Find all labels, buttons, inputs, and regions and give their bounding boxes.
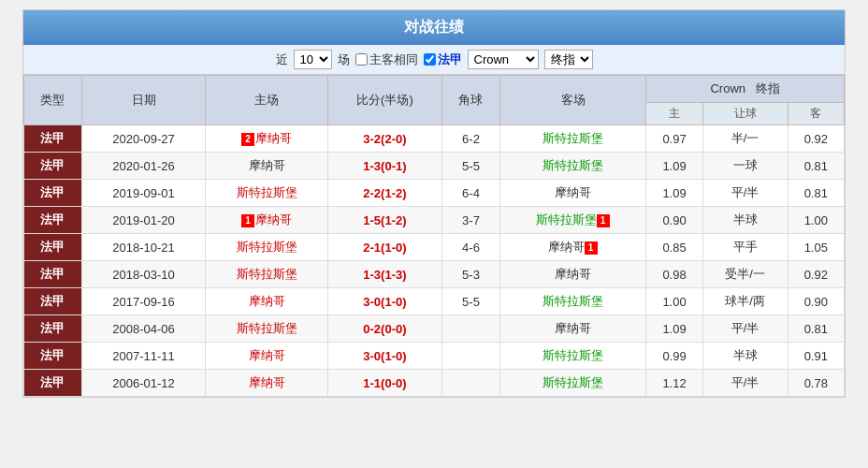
col-type: 类型 [24,76,82,125]
cell-away: 斯特拉斯堡 [499,125,646,153]
table-row: 法甲2017-09-16摩纳哥3-0(1-0)5-5斯特拉斯堡1.00球半/两0… [24,288,845,315]
col-odds-handicap: 让球 [702,103,788,125]
odds-type-display: 终指 [756,81,780,95]
cell-score: 2-2(1-2) [327,180,442,207]
cell-home: 摩纳哥 [206,153,327,180]
cell-odds-handicap: 一球 [702,153,788,180]
table-row: 法甲2019-01-201摩纳哥1-5(1-2)3-7斯特拉斯堡10.90半球1… [24,207,845,234]
cell-score: 0-2(0-0) [327,315,442,343]
company-select[interactable]: Crown Bet365 Pinnacle [468,50,539,69]
cell-odds-home: 0.90 [646,207,702,234]
cell-away: 斯特拉斯堡 [499,153,646,180]
col-corners: 角球 [442,76,500,125]
cell-odds-handicap: 半/一 [702,125,788,153]
cell-score: 3-0(1-0) [327,343,442,370]
cell-odds-home: 1.09 [646,315,702,343]
cell-type: 法甲 [24,315,82,343]
main-container: 对战往绩 近 10 5 15 20 场 主客相同 法甲 Crown Bet365… [22,9,846,398]
col-odds-home: 主 [646,103,702,125]
cell-type: 法甲 [24,180,82,207]
company-display: Crown [710,81,745,95]
cell-odds-home: 0.99 [646,343,702,370]
cell-odds-home: 0.85 [646,234,702,261]
cell-odds-away: 0.81 [788,180,844,207]
cell-score: 2-1(1-0) [327,234,442,261]
filter-bar: 近 10 5 15 20 场 主客相同 法甲 Crown Bet365 Pinn… [23,45,845,75]
cell-odds-handicap: 平手 [702,234,788,261]
cell-odds-handicap: 球半/两 [702,288,788,315]
cell-home: 摩纳哥 [206,288,327,315]
cell-corners: 5-5 [442,288,500,315]
cell-odds-away: 0.81 [788,315,844,343]
cell-date: 2008-04-06 [81,315,206,343]
cell-date: 2019-01-20 [81,207,206,234]
cell-odds-home: 1.00 [646,288,702,315]
cell-corners: 5-5 [442,153,500,180]
cell-date: 2018-03-10 [81,261,206,288]
table-row: 法甲2018-03-10斯特拉斯堡1-3(1-3)5-3摩纳哥0.98受半/一0… [24,261,845,288]
cell-odds-away: 0.92 [788,125,844,153]
col-home: 主场 [206,76,327,125]
table-row: 法甲2018-10-21斯特拉斯堡2-1(1-0)4-6摩纳哥10.85平手1.… [24,234,845,261]
cell-corners: 6-4 [442,180,500,207]
recent-select[interactable]: 10 5 15 20 [294,50,332,69]
same-venue-label[interactable]: 主客相同 [355,51,418,68]
cell-score: 1-1(0-0) [327,370,442,397]
cell-away: 斯特拉斯堡 [499,370,646,397]
cell-away: 摩纳哥 [499,180,646,207]
cell-odds-home: 0.98 [646,261,702,288]
col-odds-away: 客 [788,103,844,125]
cell-corners [442,343,500,370]
cell-corners [442,370,500,397]
cell-score: 1-3(0-1) [327,153,442,180]
cell-home: 1摩纳哥 [206,207,327,234]
cell-date: 2018-10-21 [81,234,206,261]
cell-odds-handicap: 受半/一 [702,261,788,288]
cell-odds-home: 1.09 [646,180,702,207]
cell-type: 法甲 [24,153,82,180]
cell-score: 3-2(2-0) [327,125,442,153]
cell-odds-away: 0.91 [788,343,844,370]
cell-away: 斯特拉斯堡1 [499,207,646,234]
cell-odds-home: 0.97 [646,125,702,153]
odds-type-select[interactable]: 终指 初指 [544,50,593,69]
cell-type: 法甲 [24,125,82,153]
cell-corners [442,315,500,343]
cell-score: 3-0(1-0) [327,288,442,315]
cell-away: 斯特拉斯堡 [499,343,646,370]
cell-odds-away: 0.81 [788,153,844,180]
cell-odds-away: 1.00 [788,207,844,234]
cell-away: 摩纳哥 [499,261,646,288]
cell-score: 1-3(1-3) [327,261,442,288]
cell-corners: 3-7 [442,207,500,234]
cell-home: 摩纳哥 [206,343,327,370]
same-venue-checkbox[interactable] [355,53,368,66]
cell-odds-away: 1.05 [788,234,844,261]
league-label[interactable]: 法甲 [424,51,462,68]
cell-type: 法甲 [24,343,82,370]
cell-type: 法甲 [24,261,82,288]
cell-type: 法甲 [24,370,82,397]
cell-home: 斯特拉斯堡 [206,180,327,207]
title-bar: 对战往绩 [23,10,845,45]
cell-type: 法甲 [24,207,82,234]
table-row: 法甲2020-01-26摩纳哥1-3(0-1)5-5斯特拉斯堡1.09一球0.8… [24,153,845,180]
cell-date: 2017-09-16 [81,288,206,315]
col-away: 客场 [499,76,646,125]
cell-corners: 4-6 [442,234,500,261]
header-row: 类型 日期 主场 比分(半场) 角球 客场 Crown 终指 [24,76,845,103]
cell-away: 斯特拉斯堡 [499,288,646,315]
cell-odds-away: 0.92 [788,261,844,288]
league-checkbox[interactable] [424,53,436,66]
table-row: 法甲2008-04-06斯特拉斯堡0-2(0-0)摩纳哥1.09平/半0.81 [24,315,845,343]
col-odds-group: Crown 终指 [646,76,845,103]
col-date: 日期 [81,76,206,125]
cell-odds-handicap: 半球 [702,343,788,370]
cell-corners: 6-2 [442,125,500,153]
cell-away: 摩纳哥1 [499,234,646,261]
cell-type: 法甲 [24,288,82,315]
cell-home: 斯特拉斯堡 [206,315,327,343]
cell-odds-home: 1.09 [646,153,702,180]
table-row: 法甲2020-09-272摩纳哥3-2(2-0)6-2斯特拉斯堡0.97半/一0… [24,125,845,153]
games-label: 场 [338,51,350,68]
